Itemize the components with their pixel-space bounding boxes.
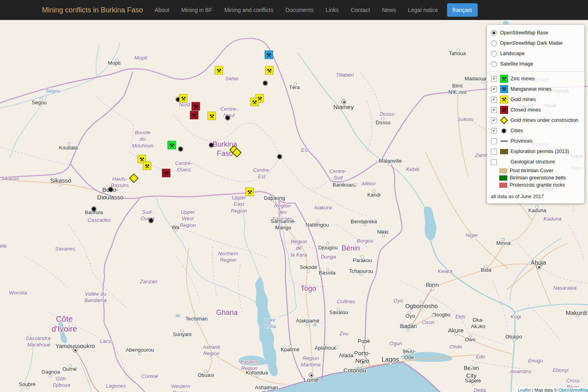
geology-label: Birimian greenstone belts [510, 175, 566, 181]
line-legend-icon [500, 137, 508, 145]
map-canvas[interactable]: Burkina FasoCôte d'IvoireGhanaTogoBéninM… [0, 0, 588, 392]
mine-marker-closed[interactable]: ⚒ [192, 102, 200, 111]
town-circle [289, 345, 292, 348]
overlay-provinces[interactable]: Provinces [491, 136, 580, 146]
language-button[interactable]: français [447, 3, 478, 17]
pick-hammer-icon: ⚒ [500, 106, 508, 114]
water-areas [58, 21, 509, 392]
mine-marker-manganese[interactable]: ⚒ [265, 51, 273, 59]
city-marker[interactable] [149, 219, 153, 223]
town-circle [501, 238, 505, 241]
base-layer-landscape[interactable]: Landscape [491, 48, 580, 59]
city-marker[interactable] [92, 207, 96, 211]
pick-hammer-icon: ⚒ [209, 113, 215, 119]
mine-marker-gold[interactable]: ⚒ [265, 66, 274, 75]
city-marker[interactable] [226, 116, 230, 120]
pick-hammer-icon: ⚒ [500, 85, 508, 93]
panel-divider [487, 71, 584, 72]
swatch-icon [500, 149, 508, 154]
overlay-layers-list: ⚒Zinc mines⚒Manganese mines⚒Gold mines⚒C… [491, 74, 580, 167]
city-marker[interactable] [264, 82, 267, 85]
leaflet-link[interactable]: Leaflet [518, 388, 531, 392]
nav-item-legal-notice[interactable]: Legal notice [402, 0, 444, 20]
city-marker[interactable] [278, 155, 282, 159]
town-circle [361, 255, 364, 259]
mine-marker-closed[interactable]: ⚒ [162, 169, 171, 177]
mine-marker-gold[interactable]: ⚒ [250, 98, 259, 106]
radio-icon[interactable] [491, 61, 497, 67]
checkbox-icon[interactable] [491, 86, 497, 92]
town-circle [67, 142, 70, 145]
overlay-closed-mines[interactable]: ⚒Closed mines [491, 105, 580, 115]
town-circle [513, 338, 516, 342]
checkbox-icon[interactable] [491, 97, 497, 103]
overlay-cities[interactable]: Cities [491, 125, 580, 136]
swatch-icon [499, 175, 507, 181]
mine-marker-closed[interactable]: ⚒ [190, 111, 199, 119]
town-circle [476, 324, 479, 328]
layers-control-panel[interactable]: OpenStreetMap BaseOpenStreetMap Dark Mat… [487, 25, 584, 203]
town-circle [326, 268, 330, 271]
base-layers-list: OpenStreetMap BaseOpenStreetMap Dark Mat… [491, 28, 580, 69]
checkbox-icon[interactable] [491, 149, 497, 155]
radio-icon[interactable] [491, 40, 497, 46]
town-circle [382, 234, 385, 237]
nav-item-documents[interactable]: Documents [279, 0, 320, 20]
town-circle [455, 332, 458, 336]
checkbox-icon[interactable] [491, 159, 497, 165]
nav-item-links[interactable]: Links [320, 0, 345, 20]
overlay-geological-structure[interactable]: Geological structure [491, 157, 580, 167]
overlay-label: Zinc mines [511, 76, 534, 82]
pick-hammer-icon: ⚒ [217, 68, 222, 73]
overlay-label: Manganese mines [511, 86, 551, 92]
nav-item-mining-in-bf[interactable]: Mining in BF [175, 0, 219, 20]
nav-item-about[interactable]: About [149, 0, 175, 20]
attribution-text: | Map data © [531, 388, 558, 392]
mine-marker-gold[interactable]: ⚒ [208, 112, 216, 120]
overlay-gold-mines[interactable]: ⚒Gold mines [491, 94, 580, 105]
base-layer-satellite-image[interactable]: Satellite Image [491, 59, 580, 69]
base-layer-openstreetmap-dark-matter[interactable]: OpenStreetMap Dark Matter [491, 38, 580, 48]
checkbox-icon[interactable] [491, 107, 497, 113]
town-circle [372, 189, 375, 193]
city-marker[interactable] [179, 147, 183, 151]
swatch-icon [499, 168, 507, 173]
town-circle [337, 308, 340, 311]
overlay-manganese-mines[interactable]: ⚒Manganese mines [491, 84, 580, 94]
town-circle [174, 229, 177, 232]
city-marker[interactable] [109, 188, 113, 191]
radio-icon[interactable] [491, 30, 497, 36]
overlay-gold-mines-under-construction[interactable]: Gold mines under construction [491, 115, 580, 125]
mine-marker-gold[interactable]: ⚒ [179, 94, 188, 103]
mine-legend-icon: ⚒ [500, 106, 508, 114]
overlay-exploration-permits-2013[interactable]: Exploration permits (2013) [491, 146, 580, 157]
checkbox-icon[interactable] [491, 138, 497, 144]
radio-icon[interactable] [491, 51, 497, 57]
mine-marker-gold[interactable]: ⚒ [143, 162, 151, 170]
mine-marker-gold[interactable]: ⚒ [215, 66, 223, 75]
town-circle [469, 334, 472, 338]
mine-marker-gold[interactable]: ⚒ [246, 188, 254, 196]
swatch-icon [499, 183, 507, 188]
base-layer-openstreetmap-base[interactable]: OpenStreetMap Base [491, 28, 580, 38]
osm-link[interactable]: OpenStreetMap [558, 388, 588, 392]
navbar: Mining conflicts in Burkina Faso AboutMi… [0, 0, 588, 20]
nav-item-contact[interactable]: Contact [345, 0, 376, 20]
checkbox-icon[interactable] [491, 76, 497, 82]
nav-item-news[interactable]: News [376, 0, 402, 20]
city-marker[interactable] [210, 143, 213, 147]
pick-hammer-icon: ⚒ [169, 142, 175, 148]
mine-marker-zinc[interactable]: ⚒ [168, 141, 176, 149]
checkbox-icon[interactable] [491, 117, 497, 123]
small-lake [503, 21, 509, 25]
checkbox-icon[interactable] [491, 128, 497, 134]
overlay-zinc-mines[interactable]: ⚒Zinc mines [491, 74, 580, 84]
pick-hammer-icon: ⚒ [145, 163, 150, 169]
geology-birimian-greenstone-belts: Birimian greenstone belts [491, 174, 580, 181]
town-circle [294, 82, 297, 86]
geology-label: Post birimian Cover [510, 168, 553, 173]
town-circle [49, 374, 52, 378]
town-circle [457, 49, 460, 52]
diamond-legend-icon [500, 116, 508, 125]
nav-item-mining-and-conflicts[interactable]: Mining and conflicts [219, 0, 280, 20]
